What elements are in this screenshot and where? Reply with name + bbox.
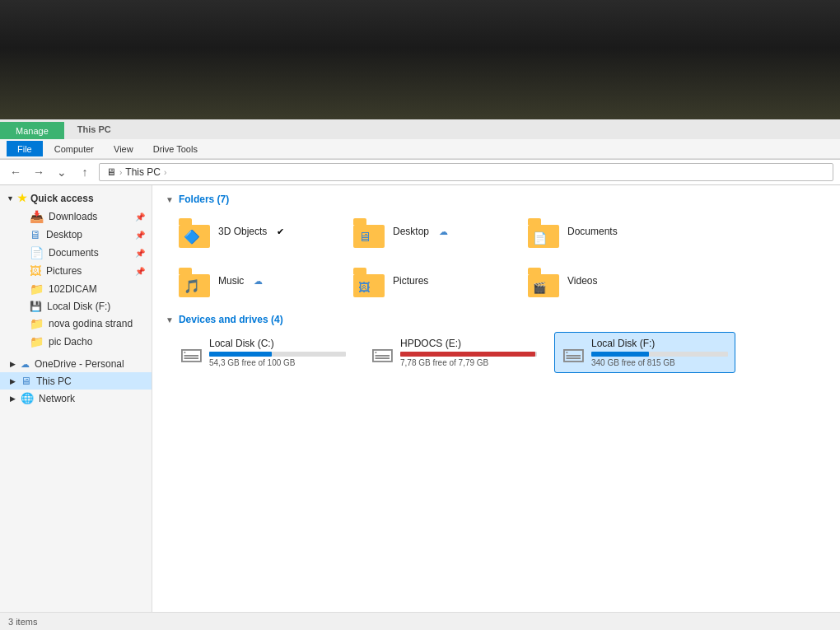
desktop-folder-icon: 🖥 xyxy=(30,228,41,241)
folders-section-header[interactable]: ▼ Folders (7) xyxy=(166,194,827,205)
folder-item-videos[interactable]: 🎬 Videos xyxy=(521,261,686,301)
folder-item-3dobjects[interactable]: 🔷 3D Objects ✔ xyxy=(172,212,337,251)
screen-bezel xyxy=(0,0,840,119)
folders-toggle-icon: ▼ xyxy=(166,195,174,204)
up-button[interactable]: ↑ xyxy=(76,163,94,181)
sidebar-label-localdisk: Local Disk (F:) xyxy=(47,301,110,312)
onedrive-icon: ☁ xyxy=(21,359,30,370)
folder-icon-pictures: 🖼 xyxy=(353,264,386,297)
path-this-pc: This PC xyxy=(125,166,161,178)
sidebar-label-onedrive: OneDrive - Personal xyxy=(35,358,124,370)
tab-view[interactable]: View xyxy=(104,142,143,156)
drive-info-e: HPDOCS (E:) 7,78 GB free of 7,79 GB xyxy=(400,338,537,367)
quick-access-header[interactable]: ▼ ★ Quick access xyxy=(0,189,152,208)
sidebar-item-downloads[interactable]: 📥 Downloads 📌 xyxy=(0,208,152,226)
star-icon: ★ xyxy=(17,192,27,204)
drives-toggle-icon: ▼ xyxy=(166,315,174,324)
status-bar: 3 items xyxy=(0,612,840,630)
drive-icon-c: 🖴 xyxy=(180,339,203,366)
sidebar-label-pic-dacho: pic Dacho xyxy=(49,336,92,348)
drive-bar-bg-e xyxy=(400,352,537,357)
drive-icon-e: 🖴 xyxy=(371,339,394,366)
folder-item-music[interactable]: 🎵 Music ☁ xyxy=(172,261,337,301)
pin-icon4: 📌 xyxy=(135,267,145,276)
sidebar-item-network[interactable]: ▶ 🌐 Network xyxy=(0,390,152,407)
sync-icon-3dobjects: ✔ xyxy=(277,226,284,237)
folders-section-label: Folders (7) xyxy=(179,194,229,205)
tab-manage[interactable]: Manage xyxy=(0,122,64,139)
ribbon-sub-tabs: File Computer View Drive Tools xyxy=(0,139,840,159)
folder-icon-desktop: 🖥 xyxy=(353,215,386,248)
address-path[interactable]: 🖥 › This PC › xyxy=(99,163,833,181)
path-home-icon: 🖥 xyxy=(106,166,116,178)
sidebar-label-nova-godina: nova godina strand xyxy=(49,318,133,329)
folder-item-desktop[interactable]: 🖥 Desktop ☁ xyxy=(347,212,511,251)
folder-label-3dobjects: 3D Objects xyxy=(218,226,267,237)
drive-name-f: Local Disk (F:) xyxy=(591,338,728,349)
sidebar-item-102dicam[interactable]: 📁 102DICAM xyxy=(0,280,152,298)
drive-item-e[interactable]: 🖴 HPDOCS (E:) 7,78 GB free of 7,79 GB xyxy=(363,332,544,373)
sidebar-label-documents: Documents xyxy=(49,247,99,259)
content-area: ▼ ★ Quick access 📥 Downloads 📌 🖥 Desktop… xyxy=(0,185,840,612)
drive-free-c: 54,3 GB free of 100 GB xyxy=(209,358,346,367)
drive-name-c: Local Disk (C:) xyxy=(209,338,346,349)
thispc-icon: 🖥 xyxy=(21,375,31,387)
drive-icon-f: 🖴 xyxy=(562,339,585,366)
docs-folder-icon: 📄 xyxy=(30,246,44,259)
expand-icon: ▼ xyxy=(7,194,14,203)
folder-label-pictures: Pictures xyxy=(393,275,428,287)
ribbon: Manage This PC File Computer View Drive … xyxy=(0,119,840,160)
drive-info-c: Local Disk (C:) 54,3 GB free of 100 GB xyxy=(209,338,346,367)
folder-label-desktop: Desktop xyxy=(393,226,429,237)
drive-bar-fill-c xyxy=(209,352,272,357)
sidebar-item-thispc[interactable]: ▶ 🖥 This PC xyxy=(0,372,152,390)
drive-bar-bg-f xyxy=(591,352,728,357)
folder-icon-documents: 📄 xyxy=(528,215,561,248)
drives-section-header[interactable]: ▼ Devices and drives (4) xyxy=(166,314,827,325)
sidebar-label-network: Network xyxy=(39,393,75,404)
sidebar-item-localdisk[interactable]: 💾 Local Disk (F:) xyxy=(0,298,152,315)
tab-computer[interactable]: Computer xyxy=(44,142,104,156)
sidebar: ▼ ★ Quick access 📥 Downloads 📌 🖥 Desktop… xyxy=(0,185,152,612)
drive-name-e: HPDOCS (E:) xyxy=(400,338,537,349)
drive-free-f: 340 GB free of 815 GB xyxy=(591,358,728,367)
sidebar-label-pictures: Pictures xyxy=(46,265,82,277)
folder-item-documents[interactable]: 📄 Documents xyxy=(521,212,686,251)
back-button[interactable]: ← xyxy=(7,163,25,181)
dicam-folder-icon: 📁 xyxy=(30,282,44,296)
folder-item-pictures[interactable]: 🖼 Pictures xyxy=(347,261,511,301)
drive-bar-fill-e xyxy=(400,352,535,357)
tab-drive-tools[interactable]: Drive Tools xyxy=(143,142,208,156)
path-separator: › xyxy=(119,168,122,177)
main-content: ▼ Folders (7) 🔷 3D Objects ✔ xyxy=(152,185,840,612)
sidebar-label-102dicam: 102DICAM xyxy=(49,283,97,295)
sidebar-label-downloads: Downloads xyxy=(49,211,97,222)
drive-item-f[interactable]: 🖴 Local Disk (F:) 340 GB free of 815 GB xyxy=(554,332,735,373)
folder-icon-videos: 🎬 xyxy=(528,264,561,297)
tab-file[interactable]: File xyxy=(7,141,43,156)
sidebar-item-nova-godina[interactable]: 📁 nova godina strand xyxy=(0,315,152,333)
localdisk-icon: 💾 xyxy=(30,301,42,312)
sidebar-item-documents[interactable]: 📄 Documents 📌 xyxy=(0,244,152,262)
drive-item-c[interactable]: 🖴 Local Disk (C:) 54,3 GB free of 100 GB xyxy=(172,332,353,373)
folders-grid: 🔷 3D Objects ✔ 🖥 Desktop ☁ xyxy=(166,212,827,301)
folder-label-music: Music xyxy=(218,275,244,287)
drive-free-e: 7,78 GB free of 7,79 GB xyxy=(400,358,537,367)
recent-button[interactable]: ⌄ xyxy=(53,163,71,181)
sync-icon-music: ☁ xyxy=(254,276,263,287)
sidebar-item-pic-dacho[interactable]: 📁 pic Dacho xyxy=(0,333,152,351)
pin-icon2: 📌 xyxy=(135,231,145,240)
forward-button[interactable]: → xyxy=(30,163,48,181)
ribbon-tab-row: Manage This PC xyxy=(0,119,840,139)
drives-grid: 🖴 Local Disk (C:) 54,3 GB free of 100 GB… xyxy=(166,332,827,373)
network-icon: 🌐 xyxy=(21,392,34,404)
drives-section-label: Devices and drives (4) xyxy=(179,314,283,325)
sidebar-item-pictures[interactable]: 🖼 Pictures 📌 xyxy=(0,262,152,280)
drive-bar-bg-c xyxy=(209,352,346,357)
expand-network: ▶ xyxy=(10,394,16,403)
sidebar-item-onedrive[interactable]: ▶ ☁ OneDrive - Personal xyxy=(0,356,152,372)
status-text: 3 items xyxy=(8,617,37,627)
pics-folder-icon: 🖼 xyxy=(30,264,41,278)
sidebar-label-thispc: This PC xyxy=(36,376,72,387)
sidebar-item-desktop[interactable]: 🖥 Desktop 📌 xyxy=(0,226,152,244)
